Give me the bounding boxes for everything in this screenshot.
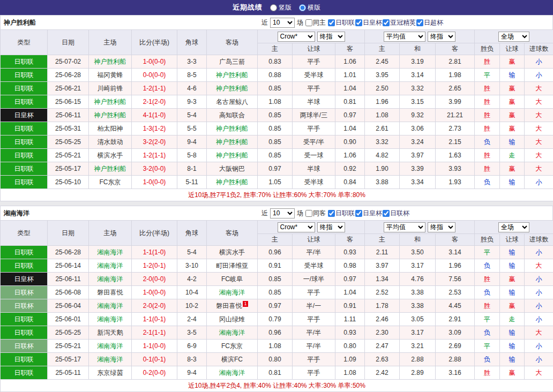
asian-odds-time-select[interactable]: 终指 xyxy=(317,32,345,42)
league-filter-option[interactable]: 日职联 xyxy=(328,209,355,218)
result-outcome-cell: 负 xyxy=(475,176,500,189)
match-row: 日职联25-06-15神户胜利船2-1(2-0)9-3名古屋鲸八1.08半球0.… xyxy=(1,95,553,109)
result-handicap-cell: 输 xyxy=(500,69,525,82)
euro-home-odds-cell: 2.45 xyxy=(365,55,400,69)
euro-draw-odds-cell: 3.15 xyxy=(400,95,436,109)
result-goals-cell: 大 xyxy=(525,326,553,340)
result-scope-select[interactable]: 全场 xyxy=(498,32,529,42)
home-team-cell: 柏太阳神 xyxy=(89,122,132,135)
score-cell: 2-0(0-0) xyxy=(132,273,177,286)
euro-home-odds-cell: 2.61 xyxy=(365,122,400,135)
asian-handicap-cell: 半球 xyxy=(293,162,335,176)
league-filter-option[interactable]: 日联杯 xyxy=(383,209,409,218)
vertical-layout-radio[interactable] xyxy=(270,4,277,11)
asian-odds-time-select[interactable]: 终指 xyxy=(317,222,345,232)
match-count-select[interactable]: 10 xyxy=(270,208,295,218)
same-venue-option[interactable]: 同主 xyxy=(305,18,326,27)
asian-odds-source-select[interactable]: Crow* xyxy=(278,32,315,42)
asian-odds-source-select[interactable]: Crow* xyxy=(278,222,315,232)
asian-home-odds-cell: 1.08 xyxy=(258,95,293,109)
league-checkbox[interactable] xyxy=(383,210,390,217)
col-header-asian-away: 客 xyxy=(335,234,365,246)
col-header-euro-home: 主 xyxy=(365,43,400,55)
layout-option-vertical[interactable]: 竖版 xyxy=(270,3,292,12)
league-checkbox[interactable] xyxy=(328,210,335,217)
league-filter-option[interactable]: 日职联 xyxy=(328,18,355,27)
home-team-cell: 福冈黄蜂 xyxy=(89,69,132,82)
match-row: 日职联25-06-28福冈黄蜂0-0(0-0)8-5神户胜利船0.88受半球1.… xyxy=(1,69,553,82)
games-label: 场 xyxy=(297,18,303,27)
away-team-cell: 磐田喜悦1 xyxy=(207,299,258,313)
league-filter-option[interactable]: 日皇杯 xyxy=(355,209,382,218)
asian-away-odds-cell: 1.01 xyxy=(335,69,365,82)
result-handicap-cell: 走 xyxy=(500,313,525,326)
near-label: 近 xyxy=(261,18,268,27)
asian-handicap-cell: 平手 xyxy=(293,313,335,326)
date-cell: 25-07-02 xyxy=(48,55,89,69)
asian-home-odds-cell: 0.85 xyxy=(258,135,293,149)
same-away-checkbox[interactable] xyxy=(305,210,312,217)
result-handicap-cell: 输 xyxy=(500,286,525,299)
euro-home-odds-cell: 2.42 xyxy=(365,366,400,380)
league-checkbox[interactable] xyxy=(328,19,335,26)
league-type-cell: 日联杯 xyxy=(1,299,48,313)
same-venue-option[interactable]: 同客 xyxy=(305,209,326,218)
away-team-cell: 冈山绿雉 xyxy=(207,313,258,326)
league-type-cell: 日职联 xyxy=(1,246,48,259)
col-header-result-goals: 进球数 xyxy=(525,234,553,246)
euro-draw-odds-cell: 3.17 xyxy=(400,326,436,340)
asian-away-odds-cell: 0.80 xyxy=(335,340,365,353)
home-team-cell: 东京绿茵 xyxy=(89,366,132,380)
league-filter-option[interactable]: 日皇杯 xyxy=(355,18,382,27)
league-checkbox[interactable] xyxy=(355,210,362,217)
result-header: 全场 xyxy=(475,30,553,43)
asian-away-odds-cell: 1.04 xyxy=(335,122,365,135)
euro-home-odds-cell: 1.78 xyxy=(365,299,400,313)
result-outcome-cell: 胜 xyxy=(475,299,500,313)
euro-home-odds-cell: 3.97 xyxy=(365,259,400,273)
result-outcome-cell: 胜 xyxy=(475,273,500,286)
asian-handicap-cell: 半球 xyxy=(293,95,335,109)
euro-home-odds-cell: 1.90 xyxy=(365,162,400,176)
euro-odds-source-select[interactable]: 平均值 xyxy=(384,222,425,232)
asian-away-odds-cell: 0.97 xyxy=(335,273,365,286)
euro-odds-source-select[interactable]: 平均值 xyxy=(384,32,425,42)
league-checkbox[interactable] xyxy=(355,19,362,26)
date-cell: 25-05-17 xyxy=(48,353,89,366)
col-header-home: 主场 xyxy=(89,30,132,55)
result-goals-cell: 小 xyxy=(525,340,553,353)
col-header-date: 日期 xyxy=(48,221,89,246)
match-count-select[interactable]: 10 xyxy=(270,18,295,28)
result-outcome-cell: 胜 xyxy=(475,109,500,122)
league-label: 日超杯 xyxy=(424,18,443,27)
league-filter-option[interactable]: 亚冠精英 xyxy=(383,18,416,27)
horizontal-layout-radio[interactable] xyxy=(299,4,306,11)
col-header-euro-home: 主 xyxy=(365,234,400,246)
euro-odds-time-select[interactable]: 终指 xyxy=(428,222,455,232)
league-checkbox[interactable] xyxy=(416,19,423,26)
league-filter-option[interactable]: 日超杯 xyxy=(416,18,443,27)
league-type-cell: 日职联 xyxy=(1,366,48,380)
asian-home-odds-cell: 0.79 xyxy=(258,313,293,326)
asian-handicap-cell: 受半球 xyxy=(293,176,335,189)
euro-away-odds-cell: 2.91 xyxy=(436,313,475,326)
euro-away-odds-cell: 2.88 xyxy=(436,353,475,366)
euro-odds-time-select[interactable]: 终指 xyxy=(428,32,455,42)
result-outcome-cell: 胜 xyxy=(475,55,500,69)
match-row: 日职联25-07-02神户胜利船1-0(0-0)3-3广岛三箭0.83平手1.0… xyxy=(1,55,553,69)
col-header-type: 类型 xyxy=(1,30,48,55)
league-checkbox[interactable] xyxy=(383,19,390,26)
col-header-type: 类型 xyxy=(1,221,48,246)
away-team-cell: 神户胜利船 xyxy=(207,69,258,82)
asian-home-odds-cell: 0.81 xyxy=(258,366,293,380)
col-header-asian-home: 主 xyxy=(258,43,293,55)
corner-cell: 9-4 xyxy=(177,366,207,380)
euro-home-odds-cell: 2.50 xyxy=(365,82,400,95)
date-cell: 25-06-11 xyxy=(48,109,89,122)
layout-option-horizontal[interactable]: 横版 xyxy=(299,3,320,12)
date-cell: 25-06-15 xyxy=(48,95,89,109)
same-home-checkbox[interactable] xyxy=(305,19,312,26)
result-scope-select[interactable]: 全场 xyxy=(498,222,529,232)
asian-handicap-cell: 两球半/三 xyxy=(293,109,335,122)
asian-away-odds-cell: 1.09 xyxy=(335,353,365,366)
